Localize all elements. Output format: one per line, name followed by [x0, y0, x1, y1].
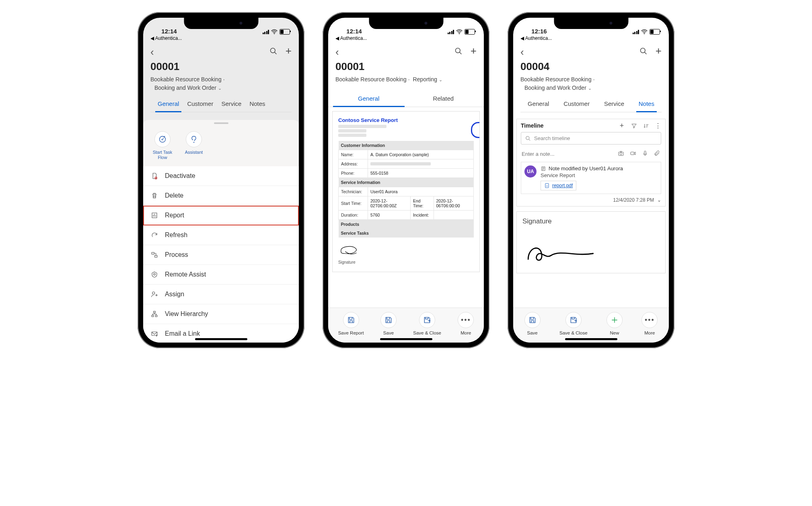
svg-rect-26: [631, 152, 634, 155]
search-icon[interactable]: [269, 47, 278, 57]
tab-service[interactable]: Service: [600, 96, 628, 112]
timeline-note-item[interactable]: UA Note modified by User01 Aurora Servic…: [521, 162, 661, 194]
note-timestamp: 12/4/2020 7:28 PM ⌄: [521, 197, 661, 203]
new-button[interactable]: New: [606, 312, 623, 335]
report-icon: [150, 211, 158, 219]
tab-general[interactable]: General: [331, 91, 406, 107]
search-icon: [525, 136, 531, 141]
tab-customer[interactable]: Customer: [559, 96, 594, 112]
avatar: UA: [524, 165, 537, 178]
menu-item-process[interactable]: Process: [143, 245, 299, 265]
menu-item-deactivate[interactable]: Deactivate: [143, 166, 299, 186]
svg-point-16: [459, 33, 460, 34]
bottom-action-bar: Save Report Save Save & Close •••More: [328, 308, 484, 343]
status-time: 12:16: [522, 28, 556, 35]
chevron-down-icon[interactable]: ⌄: [437, 77, 442, 82]
report-title: Contoso Service Report: [338, 117, 474, 123]
add-icon[interactable]: +: [286, 47, 292, 57]
tab-service[interactable]: Service: [217, 96, 245, 112]
menu-item-refresh[interactable]: Refresh: [143, 225, 299, 245]
video-icon[interactable]: [630, 150, 636, 158]
report-area[interactable]: Contoso Service Report Customer Informat…: [328, 107, 484, 308]
menu-item-delete[interactable]: Delete: [143, 186, 299, 206]
more-button[interactable]: •••More: [458, 312, 474, 335]
timeline-add-icon[interactable]: +: [619, 122, 625, 129]
chevron-down-icon[interactable]: ⌄: [216, 86, 222, 91]
menu-item-hier[interactable]: View Hierarchy: [143, 304, 299, 324]
svg-point-9: [154, 273, 156, 275]
process-icon: [150, 251, 158, 259]
record-title: 00004: [520, 60, 662, 73]
save-button[interactable]: Save: [380, 312, 397, 335]
attachment-link[interactable]: report.pdf: [541, 181, 576, 190]
add-icon[interactable]: +: [656, 47, 662, 57]
signal-icon: [633, 30, 639, 34]
tab-customer[interactable]: Customer: [183, 96, 217, 112]
timeline-card: Timeline + ⋮ Search timeline Enter a not…: [516, 119, 666, 207]
hier-icon: [150, 310, 158, 318]
signature-area: Signature: [338, 242, 474, 264]
record-meta: Bookable Resource Booking· Booking and W…: [150, 75, 292, 92]
app-back-crumb[interactable]: ◀ Authentica...: [328, 35, 484, 42]
wifi-icon: [456, 29, 463, 34]
svg-rect-27: [644, 151, 646, 154]
svg-point-22: [526, 136, 529, 139]
status-time: 12:14: [337, 28, 371, 35]
home-indicator[interactable]: [380, 338, 432, 340]
battery-icon: [650, 29, 660, 35]
menu-item-assign[interactable]: Assign: [143, 285, 299, 304]
timeline-filter-icon[interactable]: [631, 122, 637, 129]
delete-icon: [150, 192, 158, 200]
save-close-button[interactable]: Save & Close: [413, 312, 441, 335]
assistant-button[interactable]: Assistant: [183, 131, 204, 160]
timeline-sort-icon[interactable]: [643, 122, 649, 129]
tab-notes[interactable]: Notes: [635, 96, 658, 112]
svg-line-18: [459, 52, 461, 54]
timeline-search[interactable]: Search timeline: [521, 132, 661, 145]
signature-drawing: [522, 238, 599, 266]
battery-icon: [465, 29, 475, 35]
mic-icon[interactable]: [642, 150, 648, 158]
timeline-more-icon[interactable]: ⋮: [655, 122, 661, 129]
svg-line-21: [644, 52, 646, 54]
svg-point-10: [152, 292, 155, 294]
search-icon[interactable]: [454, 47, 463, 57]
save-close-button[interactable]: Save & Close: [559, 312, 588, 335]
signature-card[interactable]: Signature: [516, 211, 666, 273]
camera-icon[interactable]: [618, 150, 624, 158]
chevron-down-icon[interactable]: ⌄: [586, 86, 592, 91]
more-button[interactable]: •••More: [641, 312, 658, 335]
back-button[interactable]: ‹: [520, 46, 527, 58]
tab-general[interactable]: General: [154, 96, 183, 112]
phone-3: 12:16 ◀ Authentica... ‹ + 00004 Bookable…: [508, 12, 674, 348]
menu-item-report[interactable]: Report: [143, 206, 299, 225]
app-back-crumb[interactable]: ◀ Authentica...: [513, 35, 669, 42]
back-button[interactable]: ‹: [335, 46, 342, 58]
home-indicator[interactable]: [195, 338, 247, 340]
save-report-button[interactable]: Save Report: [338, 312, 364, 335]
menu-item-remote[interactable]: Remote Assist: [143, 265, 299, 285]
chevron-down-icon[interactable]: ⌄: [657, 197, 661, 203]
tab-notes[interactable]: Notes: [245, 96, 269, 112]
tab-related[interactable]: Related: [406, 91, 481, 107]
tabs: General Related: [328, 91, 484, 107]
save-button[interactable]: Save: [524, 312, 541, 335]
device-notch: [369, 18, 443, 29]
svg-point-20: [640, 48, 645, 53]
record-meta: Bookable Resource Booking· Reporting⌄: [335, 75, 477, 84]
start-task-flow-button[interactable]: Start Task Flow: [152, 131, 173, 160]
sheet-handle[interactable]: [214, 122, 228, 124]
assign-icon: [150, 290, 158, 298]
svg-line-2: [274, 52, 276, 54]
device-notch: [184, 18, 258, 29]
svg-rect-11: [154, 312, 156, 313]
svg-line-23: [529, 139, 530, 140]
home-indicator[interactable]: [565, 338, 617, 340]
search-icon[interactable]: [639, 47, 648, 57]
add-icon[interactable]: +: [471, 47, 477, 57]
tabs: General Customer Service Notes: [520, 96, 662, 112]
enter-note-input[interactable]: Enter a note...: [521, 148, 661, 162]
tab-general[interactable]: General: [524, 96, 553, 112]
back-button[interactable]: ‹: [150, 46, 157, 58]
attach-icon[interactable]: [654, 150, 660, 158]
